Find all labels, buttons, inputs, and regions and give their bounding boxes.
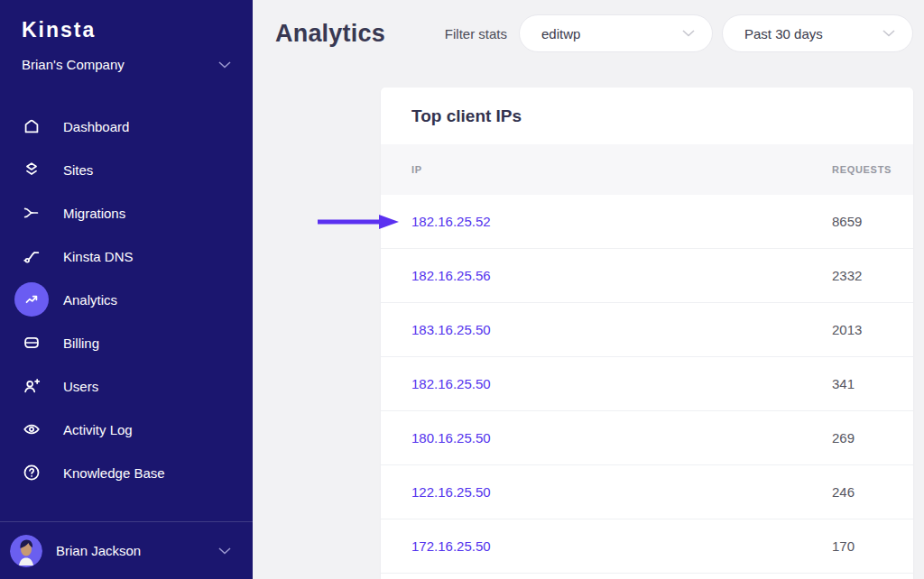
table-row: 180.16.25.50 269	[381, 411, 913, 465]
chevron-down-icon	[682, 30, 695, 37]
add-user-icon	[14, 369, 49, 403]
sidebar-item-label: Billing	[63, 335, 99, 351]
table-row: 183.16.25.50 2013	[381, 303, 913, 357]
main-content: Analytics Filter stats editwp Past 30 da…	[253, 0, 924, 579]
requests-value: 2013	[832, 322, 888, 337]
requests-value: 341	[832, 376, 888, 391]
sidebar-item-kinsta-dns[interactable]: Kinsta DNS	[0, 234, 253, 278]
sidebar-item-users[interactable]: Users	[0, 364, 253, 408]
sidebar-item-label: Migrations	[63, 206, 125, 221]
card-title: Top client IPs	[381, 87, 913, 144]
table-row: 182.16.25.52 8659	[381, 195, 913, 249]
sidebar-item-label: Kinsta DNS	[63, 249, 134, 264]
table-header-row: IP REQUESTS	[381, 144, 913, 195]
page-title: Analytics	[275, 20, 385, 48]
column-header-requests: REQUESTS	[832, 164, 888, 175]
user-menu[interactable]: Brian Jackson	[0, 521, 253, 579]
table-row: 122.16.25.50 246	[381, 465, 913, 519]
sidebar-item-knowledge-base[interactable]: Knowledge Base	[0, 451, 253, 494]
site-filter-dropdown[interactable]: editwp	[519, 14, 713, 52]
ip-link[interactable]: 122.16.25.50	[411, 484, 491, 500]
sidebar-item-label: Knowledge Base	[63, 465, 165, 481]
sidebar-item-billing[interactable]: Billing	[0, 321, 253, 364]
table-row: 182.16.25.56 2332	[381, 249, 913, 303]
ip-link[interactable]: 182.16.25.56	[411, 268, 491, 283]
sidebar-item-analytics[interactable]: Analytics	[0, 278, 253, 321]
knowledge-base-icon	[14, 455, 49, 490]
sites-icon	[14, 152, 49, 187]
sidebar-item-dashboard[interactable]: Dashboard	[0, 105, 253, 148]
sidebar-item-sites[interactable]: Sites	[0, 148, 253, 191]
billing-icon	[14, 326, 49, 360]
sidebar-item-label: Activity Log	[63, 422, 133, 437]
sidebar-nav: Dashboard Sites Migrations Kinsta DNS	[0, 105, 253, 494]
sidebar-item-label: Users	[63, 379, 98, 394]
company-name: Brian's Company	[22, 57, 125, 72]
filter-stats-label: Filter stats	[445, 26, 507, 41]
avatar	[10, 535, 42, 567]
migrations-icon	[14, 196, 49, 230]
ip-link[interactable]: 182.16.25.50	[411, 376, 491, 391]
sidebar-item-label: Sites	[63, 162, 93, 178]
ip-link[interactable]: 183.16.25.50	[411, 322, 491, 337]
sidebar-item-label: Analytics	[63, 292, 117, 308]
ip-link[interactable]: 182.16.25.52	[411, 214, 491, 229]
site-filter-value: editwp	[541, 26, 580, 41]
mykinsta-app: Kinsta Brian's Company Dashboard Sites	[0, 0, 924, 579]
ip-link[interactable]: 180.16.25.50	[411, 430, 491, 446]
dns-icon	[14, 239, 49, 273]
table-row: 182.16.25.50 341	[381, 357, 913, 411]
chevron-down-icon	[218, 61, 231, 69]
company-selector[interactable]: Brian's Company	[0, 48, 253, 85]
chevron-down-icon	[218, 547, 231, 555]
table-row: 172.16.25.50 170	[381, 519, 913, 574]
sidebar-item-migrations[interactable]: Migrations	[0, 191, 253, 234]
requests-value: 246	[832, 484, 888, 500]
sidebar: Kinsta Brian's Company Dashboard Sites	[0, 0, 253, 579]
chevron-down-icon	[882, 30, 895, 37]
top-client-ips-card: Top client IPs IP REQUESTS 182.16.25.52 …	[381, 87, 913, 579]
analytics-header: Analytics Filter stats editwp Past 30 da…	[253, 0, 924, 67]
sidebar-item-activity-log[interactable]: Activity Log	[0, 408, 253, 451]
date-range-dropdown[interactable]: Past 30 days	[722, 14, 913, 52]
date-range-value: Past 30 days	[744, 26, 823, 41]
kinsta-logo: Kinsta	[0, 0, 253, 48]
activity-log-icon	[14, 412, 49, 446]
analytics-icon	[14, 282, 49, 317]
requests-value: 269	[832, 430, 888, 446]
column-header-ip: IP	[411, 164, 422, 175]
dashboard-icon	[14, 109, 49, 143]
requests-value: 2332	[832, 268, 888, 283]
requests-value: 170	[832, 538, 888, 554]
ip-link[interactable]: 172.16.25.50	[411, 538, 491, 554]
requests-value: 8659	[832, 214, 888, 229]
sidebar-item-label: Dashboard	[63, 119, 129, 134]
user-name: Brian Jackson	[56, 543, 218, 558]
